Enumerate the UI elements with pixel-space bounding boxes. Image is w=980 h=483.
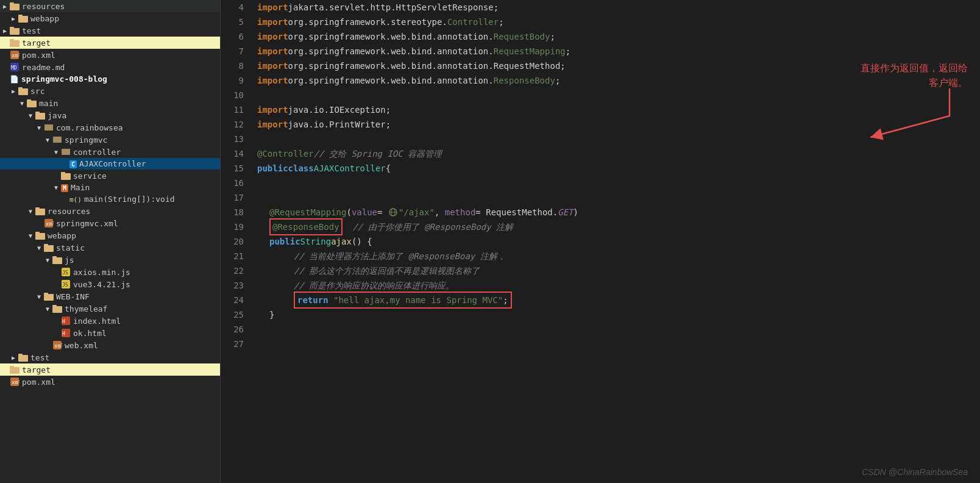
- sidebar-item-main[interactable]: ▼main: [0, 97, 220, 109]
- xml-icon: xml: [10, 377, 20, 387]
- sidebar-item-springmvc.xml[interactable]: xmlspringmvc.xml: [0, 217, 220, 229]
- sidebar-item-controller[interactable]: ▼controller: [0, 146, 220, 158]
- svg-rect-24: [35, 207, 40, 210]
- svg-rect-40: [52, 305, 57, 307]
- folder-icon: [35, 206, 45, 216]
- sidebar-item-test2[interactable]: ▶test: [0, 351, 220, 363]
- tree-chevron: ▼: [43, 257, 52, 263]
- sidebar-item-static[interactable]: ▼static: [0, 242, 220, 254]
- sidebar-item-pom.xml2[interactable]: xmlpom.xml: [0, 376, 220, 388]
- tree-chevron: ▼: [51, 184, 61, 191]
- tree-item-label: resources: [22, 2, 220, 11]
- sidebar-item-AJAXController[interactable]: CAJAXController: [0, 158, 220, 170]
- sidebar-item-src[interactable]: ▶src: [0, 85, 220, 97]
- tree-chevron: ▼: [17, 100, 27, 107]
- tree-item-label: static: [56, 243, 220, 252]
- code-line: [257, 337, 980, 351]
- line-number: 12: [221, 117, 244, 132]
- package-icon: [44, 123, 54, 132]
- sidebar-item-main-method[interactable]: m()main(String[]):void: [0, 193, 220, 205]
- sidebar-item-test[interactable]: ▶test: [0, 24, 220, 37]
- sidebar-item-axios.min.js[interactable]: JSaxios.min.js: [0, 266, 220, 278]
- tree-item-label: pom.xml: [22, 377, 220, 387]
- sidebar-item-service[interactable]: service: [0, 170, 220, 182]
- line-number: 26: [221, 322, 244, 337]
- sidebar-item-target[interactable]: target: [0, 37, 220, 49]
- tree-item-label: ok.html: [73, 329, 220, 338]
- line-number: 14: [221, 146, 244, 161]
- folder-icon: [44, 292, 54, 301]
- svg-rect-5: [10, 27, 14, 29]
- sidebar-item-java[interactable]: ▼java: [0, 109, 220, 121]
- code-line: [257, 322, 980, 337]
- tree-item-label: springmvc-008-blog: [21, 74, 220, 84]
- sidebar-item-readme.md[interactable]: MDreadme.md: [0, 61, 220, 73]
- html-file-icon: H: [61, 316, 71, 326]
- sidebar-item-ok.html[interactable]: Hok.html: [0, 327, 220, 339]
- sidebar-item-thymeleaf[interactable]: ▼thymeleaf: [0, 302, 220, 315]
- sidebar-item-target2[interactable]: target: [0, 363, 220, 376]
- md-icon: MD: [10, 62, 20, 72]
- tree-item-label: vue3.4.21.js: [73, 280, 220, 289]
- sidebar-item-index.html[interactable]: Hindex.html: [0, 315, 220, 327]
- tree-chevron: ▼: [26, 112, 35, 119]
- line-number: 8: [221, 59, 244, 73]
- tree-item-label: AJAXController: [79, 159, 220, 168]
- line-number: 15: [221, 161, 244, 176]
- line-number: 5: [221, 15, 244, 29]
- line-number: 27: [221, 337, 244, 351]
- svg-rect-3: [18, 15, 23, 17]
- sidebar-item-resources[interactable]: ▶resources: [0, 0, 220, 12]
- tree-item-label: service: [73, 171, 220, 181]
- tree-item-label: readme.md: [22, 63, 220, 72]
- tree-item-label: webapp: [48, 231, 220, 240]
- code-line: @Controller // 交给 Spring IOC 容器管理: [257, 146, 980, 161]
- sidebar-item-webapp2[interactable]: ▼webapp: [0, 229, 220, 242]
- code-line: [257, 176, 980, 190]
- tree-item-label: index.html: [73, 317, 220, 326]
- code-line: import org.springframework.web.bind.anno…: [257, 29, 980, 44]
- svg-rect-7: [10, 39, 14, 41]
- sidebar-item-WEB-INF[interactable]: ▼WEB-INF: [0, 290, 220, 302]
- svg-text:xml: xml: [46, 221, 54, 227]
- line-number: 21: [221, 249, 244, 263]
- html-file-icon: H: [61, 328, 71, 338]
- xml-file-icon: xml: [44, 218, 54, 228]
- tree-item-label: controller: [73, 148, 220, 157]
- code-line: import org.springframework.web.bind.anno…: [257, 44, 980, 59]
- sidebar-item-resources2[interactable]: ▼resources: [0, 205, 220, 217]
- code-line: public class AJAXController {: [257, 161, 980, 176]
- project-bold-icon: 📄: [10, 75, 19, 84]
- svg-rect-15: [27, 99, 31, 102]
- sidebar-item-springmvc[interactable]: ▼springmvc: [0, 134, 220, 146]
- folder-icon: [18, 352, 28, 362]
- code-line: // 当前处理器方法上添加了 @ResponseBoay 注解，: [257, 249, 980, 263]
- js-file-icon: JS: [61, 267, 71, 277]
- xml-icon: xml: [10, 50, 20, 60]
- sidebar-item-vue3.4.21.js[interactable]: JSvue3.4.21.js: [0, 278, 220, 290]
- line-number: 17: [221, 190, 244, 205]
- tree-chevron: ▶: [9, 88, 18, 95]
- sidebar-item-Main[interactable]: ▼MMain: [0, 182, 220, 193]
- sidebar-item-springmvc-008-blog[interactable]: 📄springmvc-008-blog: [0, 73, 220, 85]
- sidebar-item-js[interactable]: ▼js: [0, 254, 220, 266]
- folder-icon: [10, 365, 20, 374]
- tree-chevron: ▼: [51, 149, 61, 156]
- line-number: 22: [221, 263, 244, 278]
- sidebar-item-com.rainbowsea[interactable]: ▼com.rainbowsea: [0, 121, 220, 134]
- code-line: public String ajax() {: [257, 234, 980, 249]
- tree-item-label: WEB-INF: [56, 292, 220, 301]
- code-line: @ResponseBody // 由于你使用了 @ResponseBody 注解: [257, 220, 980, 234]
- svg-text:xml: xml: [12, 52, 20, 59]
- code-line: }: [257, 307, 980, 322]
- sidebar-item-web.xml[interactable]: xmlweb.xml: [0, 339, 220, 351]
- svg-rect-19: [53, 137, 62, 143]
- svg-rect-38: [44, 293, 48, 295]
- sidebar-item-webapp[interactable]: ▶webapp: [0, 12, 220, 24]
- method-icon: m(): [69, 195, 82, 204]
- folder-icon: [35, 110, 45, 120]
- svg-rect-20: [62, 149, 70, 155]
- sidebar-item-pom.xml[interactable]: xmlpom.xml: [0, 49, 220, 61]
- annotation-box: 直接作为返回值，返回给客户端。: [861, 61, 968, 90]
- code-line: // 而是作为响应协议的响应体进行响应。: [257, 278, 980, 293]
